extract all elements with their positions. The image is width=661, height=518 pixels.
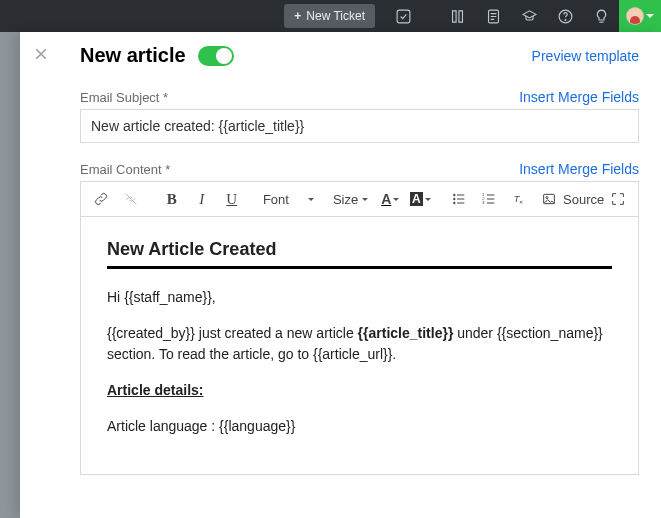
bullet-list-icon[interactable] bbox=[447, 188, 471, 210]
source-button[interactable]: Source bbox=[567, 188, 600, 210]
content-language-line: Article language : {{language}} bbox=[107, 416, 612, 436]
svg-point-6 bbox=[454, 202, 456, 204]
ideas-icon[interactable] bbox=[583, 0, 619, 32]
content-merge-link[interactable]: Insert Merge Fields bbox=[519, 161, 639, 177]
new-ticket-label: New Ticket bbox=[306, 9, 365, 23]
content-label: Email Content * bbox=[80, 162, 170, 177]
editor-toolbar: B I U Font Size A A 123 T✕ bbox=[81, 182, 638, 217]
content-rule bbox=[107, 266, 612, 269]
preview-template-link[interactable]: Preview template bbox=[532, 48, 639, 64]
notes-icon[interactable] bbox=[475, 0, 511, 32]
svg-rect-0 bbox=[397, 10, 410, 23]
link-icon[interactable] bbox=[89, 188, 113, 210]
chevron-down-icon bbox=[646, 14, 654, 22]
italic-button[interactable]: I bbox=[190, 188, 214, 210]
library-icon[interactable] bbox=[439, 0, 475, 32]
clear-format-icon[interactable]: T✕ bbox=[507, 188, 531, 210]
plus-icon: + bbox=[294, 9, 301, 23]
unlink-icon bbox=[119, 188, 143, 210]
academy-icon[interactable] bbox=[511, 0, 547, 32]
content-heading: New Article Created bbox=[107, 239, 612, 260]
avatar-icon bbox=[626, 7, 644, 25]
svg-point-5 bbox=[454, 198, 456, 200]
rich-text-editor: B I U Font Size A A 123 T✕ bbox=[80, 181, 639, 475]
subject-label: Email Subject * bbox=[80, 90, 168, 105]
bg-color-button[interactable]: A bbox=[408, 188, 432, 210]
maximize-icon[interactable] bbox=[606, 188, 630, 210]
svg-text:3: 3 bbox=[483, 200, 486, 205]
page-title: New article bbox=[80, 44, 186, 67]
content-details-heading: Article details: bbox=[107, 380, 612, 400]
bold-button[interactable]: B bbox=[160, 188, 184, 210]
app-topbar: + New Ticket bbox=[0, 0, 661, 32]
user-menu[interactable] bbox=[619, 0, 661, 32]
font-dropdown[interactable]: Font bbox=[259, 192, 293, 207]
help-icon[interactable] bbox=[547, 0, 583, 32]
text-color-button[interactable]: A bbox=[378, 188, 402, 210]
size-dropdown[interactable]: Size bbox=[329, 192, 372, 207]
number-list-icon[interactable]: 123 bbox=[477, 188, 501, 210]
close-icon[interactable] bbox=[33, 46, 49, 62]
content-greeting: Hi {{staff_name}}, bbox=[107, 287, 612, 307]
slideover-panel: New article Preview template Email Subje… bbox=[20, 32, 661, 518]
underline-button[interactable]: U bbox=[220, 188, 244, 210]
subject-input[interactable] bbox=[80, 109, 639, 143]
svg-text:✕: ✕ bbox=[519, 199, 523, 205]
svg-point-3 bbox=[565, 19, 566, 20]
svg-point-4 bbox=[454, 194, 456, 196]
subject-merge-link[interactable]: Insert Merge Fields bbox=[519, 89, 639, 105]
new-ticket-button[interactable]: + New Ticket bbox=[284, 4, 375, 28]
svg-point-13 bbox=[546, 197, 548, 199]
content-paragraph: {{created_by}} just created a new articl… bbox=[107, 323, 612, 364]
approvals-icon[interactable] bbox=[385, 0, 421, 32]
font-dropdown-caret[interactable] bbox=[299, 188, 323, 210]
editor-content[interactable]: New Article Created Hi {{staff_name}}, {… bbox=[81, 217, 638, 474]
image-icon[interactable] bbox=[537, 188, 561, 210]
active-toggle[interactable] bbox=[198, 46, 234, 66]
